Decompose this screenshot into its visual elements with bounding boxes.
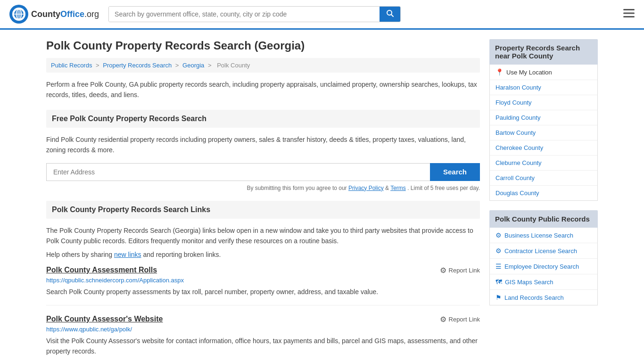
- record-item-assessor-website: Polk County Assessor's Website ⚙ Report …: [46, 315, 480, 362]
- public-records-list: ⚙ Business License Search ⚙ Contractor L…: [489, 228, 598, 305]
- list-item: Cleburne County: [490, 156, 597, 171]
- address-form: Search: [46, 163, 480, 181]
- free-search-description: Find Polk County residential property re…: [46, 134, 480, 156]
- carroll-county-link[interactable]: Carroll County: [490, 171, 597, 185]
- land-icon: ⚑: [495, 294, 502, 301]
- business-license-search-link[interactable]: ⚙ Business License Search: [490, 228, 597, 243]
- site-header: CountyOffice.org: [0, 0, 644, 30]
- record-url-assessment-rolls[interactable]: https://qpublic.schneidercorp.com/Applic…: [46, 277, 480, 284]
- public-records-section: Polk County Public Records ⚙ Business Li…: [489, 210, 598, 305]
- help-text: Help others by sharing new links and rep…: [46, 251, 480, 258]
- list-item: Bartow County: [490, 125, 597, 140]
- list-item: ☰ Employee Directory Search: [490, 259, 597, 274]
- list-item: 🗺 GIS Maps Search: [490, 274, 597, 290]
- public-records-section-title: Polk County Public Records: [489, 210, 598, 228]
- global-search-input[interactable]: [109, 7, 380, 22]
- list-item: ⚙ Business License Search: [490, 228, 597, 243]
- breadcrumb-georgia[interactable]: Georgia: [182, 62, 204, 69]
- links-section-heading: Polk County Property Records Search Link…: [46, 201, 480, 219]
- list-item: Haralson County: [490, 80, 597, 95]
- logo-text: CountyOffice.org: [31, 9, 99, 19]
- record-desc-assessor-website: Visit the Polk County Assessor's website…: [46, 336, 480, 357]
- address-input[interactable]: [46, 163, 430, 181]
- terms-link[interactable]: Terms: [390, 185, 406, 191]
- report-link-btn-assessor-website[interactable]: ⚙ Report Link: [440, 315, 480, 324]
- links-intro: The Polk County Property Records Search …: [46, 225, 480, 247]
- new-links-link[interactable]: new links: [114, 251, 141, 258]
- nearby-section: Property Records Search near Polk County…: [489, 39, 598, 201]
- location-pin-icon: 📍: [495, 68, 504, 76]
- report-icon: ⚙: [440, 266, 446, 275]
- hamburger-menu-button[interactable]: [623, 8, 635, 20]
- haralson-county-link[interactable]: Haralson County: [490, 80, 597, 95]
- report-link-btn-assessment-rolls[interactable]: ⚙ Report Link: [440, 266, 480, 275]
- privacy-policy-link[interactable]: Privacy Policy: [348, 185, 384, 191]
- gear-icon-business: ⚙: [495, 231, 502, 239]
- record-url-assessor-website[interactable]: https://www.qpublic.net/ga/polk/: [46, 326, 480, 333]
- links-section: The Polk County Property Records Search …: [46, 225, 480, 362]
- contractor-license-search-link[interactable]: ⚙ Contractor License Search: [490, 243, 597, 258]
- use-my-location-item: 📍 Use My Location: [490, 65, 597, 80]
- map-icon: 🗺: [495, 278, 502, 286]
- list-item: Paulding County: [490, 110, 597, 125]
- form-disclaimer: By submitting this form you agree to our…: [46, 185, 480, 191]
- record-title-assessment-rolls[interactable]: Polk County Assessment Rolls: [46, 266, 157, 274]
- address-search-button[interactable]: Search: [430, 163, 480, 181]
- record-desc-assessment-rolls: Search Polk County property assessments …: [46, 287, 480, 297]
- cherokee-county-link[interactable]: Cherokee County: [490, 140, 597, 155]
- free-search-heading: Free Polk County Property Records Search: [46, 110, 480, 128]
- list-item: Floyd County: [490, 95, 597, 110]
- land-records-search-link[interactable]: ⚑ Land Records Search: [490, 290, 597, 305]
- breadcrumb-polk-county: Polk County: [217, 62, 250, 69]
- intro-text: Perform a free Polk County, GA public pr…: [46, 79, 480, 100]
- list-item: ⚙ Contractor License Search: [490, 243, 597, 259]
- gis-maps-search-link[interactable]: 🗺 GIS Maps Search: [490, 274, 597, 289]
- list-item: ⚑ Land Records Search: [490, 290, 597, 305]
- hamburger-icon: [623, 9, 635, 17]
- bartow-county-link[interactable]: Bartow County: [490, 125, 597, 140]
- global-search-bar: [108, 6, 401, 22]
- use-my-location-link[interactable]: 📍 Use My Location: [490, 65, 597, 80]
- global-search-button[interactable]: [380, 7, 400, 22]
- directory-icon: ☰: [495, 263, 502, 270]
- page-title: Polk County Property Records Search (Geo…: [46, 39, 480, 52]
- svg-rect-7: [623, 9, 635, 10]
- douglas-county-link[interactable]: Douglas County: [490, 186, 597, 200]
- nearby-section-title: Property Records Search near Polk County: [489, 39, 598, 65]
- svg-line-6: [391, 15, 393, 16]
- list-item: Douglas County: [490, 186, 597, 200]
- record-item-assessment-rolls: Polk County Assessment Rolls ⚙ Report Li…: [46, 266, 480, 305]
- record-title-assessor-website[interactable]: Polk County Assessor's Website: [46, 315, 163, 323]
- breadcrumb-property-records-search[interactable]: Property Records Search: [103, 62, 172, 69]
- employee-directory-search-link[interactable]: ☰ Employee Directory Search: [490, 259, 597, 274]
- list-item: Carroll County: [490, 171, 597, 186]
- report-icon-2: ⚙: [440, 315, 446, 324]
- paulding-county-link[interactable]: Paulding County: [490, 110, 597, 125]
- logo-link[interactable]: CountyOffice.org: [9, 5, 99, 24]
- main-content: Polk County Property Records Search (Geo…: [46, 39, 480, 362]
- floyd-county-link[interactable]: Floyd County: [490, 95, 597, 110]
- breadcrumb: Public Records > Property Records Search…: [46, 58, 480, 73]
- nearby-county-list: 📍 Use My Location Haralson County Floyd …: [489, 65, 598, 201]
- gear-icon-contractor: ⚙: [495, 247, 502, 255]
- logo-icon: [9, 5, 28, 24]
- search-icon: [386, 9, 394, 17]
- sidebar: Property Records Search near Polk County…: [489, 39, 598, 362]
- svg-rect-9: [623, 16, 635, 17]
- cleburne-county-link[interactable]: Cleburne County: [490, 156, 597, 170]
- svg-rect-8: [623, 13, 635, 14]
- breadcrumb-public-records[interactable]: Public Records: [51, 62, 92, 69]
- list-item: Cherokee County: [490, 140, 597, 156]
